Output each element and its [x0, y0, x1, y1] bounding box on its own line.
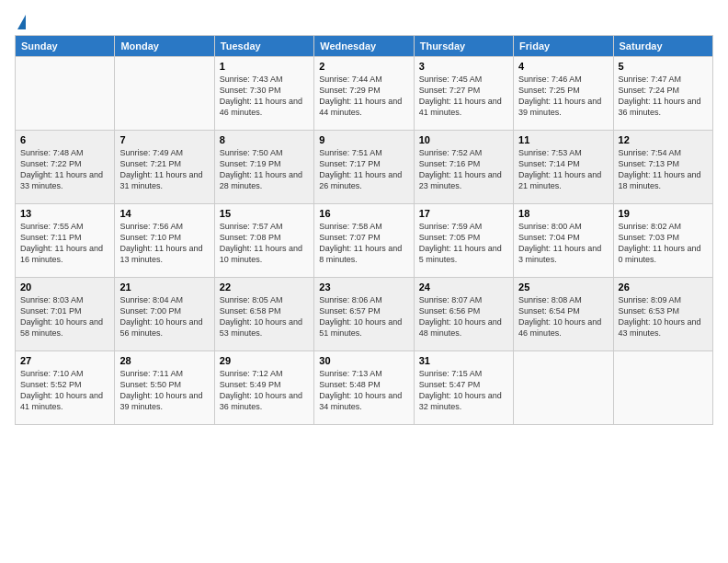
- day-number: 13: [20, 208, 109, 219]
- calendar-cell: 17Sunrise: 7:59 AM Sunset: 7:05 PM Dayli…: [414, 204, 513, 278]
- calendar-cell: 3Sunrise: 7:45 AM Sunset: 7:27 PM Daylig…: [414, 57, 513, 131]
- day-number: 11: [518, 134, 608, 145]
- day-info: Sunrise: 7:56 AM Sunset: 7:10 PM Dayligh…: [119, 221, 209, 266]
- calendar-cell: 22Sunrise: 8:05 AM Sunset: 6:58 PM Dayli…: [214, 278, 313, 351]
- calendar-cell: 1Sunrise: 7:43 AM Sunset: 7:30 PM Daylig…: [214, 57, 313, 131]
- day-number: 8: [220, 134, 309, 145]
- day-number: 12: [619, 134, 708, 145]
- calendar-cell: 20Sunrise: 8:03 AM Sunset: 7:01 PM Dayli…: [16, 278, 115, 351]
- page-header: [15, 15, 713, 28]
- day-number: 23: [319, 282, 408, 293]
- day-number: 9: [319, 134, 408, 145]
- calendar-cell: [613, 351, 712, 425]
- day-number: 20: [20, 282, 109, 293]
- day-number: 25: [518, 282, 608, 293]
- day-number: 5: [619, 61, 708, 72]
- day-number: 28: [119, 355, 209, 366]
- calendar-cell: 15Sunrise: 7:57 AM Sunset: 7:08 PM Dayli…: [214, 204, 313, 278]
- day-number: 10: [419, 134, 508, 145]
- calendar-cell: 2Sunrise: 7:44 AM Sunset: 7:29 PM Daylig…: [314, 57, 414, 131]
- day-info: Sunrise: 7:49 AM Sunset: 7:21 PM Dayligh…: [119, 147, 209, 192]
- day-info: Sunrise: 7:57 AM Sunset: 7:08 PM Dayligh…: [220, 221, 309, 266]
- day-info: Sunrise: 8:08 AM Sunset: 6:54 PM Dayligh…: [518, 294, 608, 339]
- day-number: 24: [419, 282, 508, 293]
- day-number: 30: [319, 355, 408, 366]
- calendar-cell: 8Sunrise: 7:50 AM Sunset: 7:19 PM Daylig…: [214, 131, 313, 204]
- day-info: Sunrise: 8:00 AM Sunset: 7:04 PM Dayligh…: [518, 221, 608, 266]
- day-number: 7: [119, 134, 209, 145]
- day-info: Sunrise: 7:52 AM Sunset: 7:16 PM Dayligh…: [419, 147, 508, 192]
- calendar-cell: 28Sunrise: 7:11 AM Sunset: 5:50 PM Dayli…: [115, 351, 214, 425]
- day-info: Sunrise: 7:48 AM Sunset: 7:22 PM Dayligh…: [20, 147, 109, 192]
- day-info: Sunrise: 8:02 AM Sunset: 7:03 PM Dayligh…: [619, 221, 708, 266]
- calendar-cell: [16, 57, 115, 131]
- day-number: 21: [119, 282, 209, 293]
- day-number: 15: [220, 208, 309, 219]
- column-header-monday: Monday: [115, 36, 214, 57]
- calendar-cell: 25Sunrise: 8:08 AM Sunset: 6:54 PM Dayli…: [514, 278, 613, 351]
- day-info: Sunrise: 7:55 AM Sunset: 7:11 PM Dayligh…: [20, 221, 109, 266]
- day-number: 14: [119, 208, 209, 219]
- calendar-cell: 13Sunrise: 7:55 AM Sunset: 7:11 PM Dayli…: [16, 204, 115, 278]
- day-info: Sunrise: 7:50 AM Sunset: 7:19 PM Dayligh…: [220, 147, 309, 192]
- column-header-thursday: Thursday: [414, 36, 513, 57]
- column-header-friday: Friday: [514, 36, 613, 57]
- day-number: 29: [220, 355, 309, 366]
- day-info: Sunrise: 8:04 AM Sunset: 7:00 PM Dayligh…: [119, 294, 209, 339]
- day-info: Sunrise: 7:53 AM Sunset: 7:14 PM Dayligh…: [518, 147, 608, 192]
- calendar-cell: 10Sunrise: 7:52 AM Sunset: 7:16 PM Dayli…: [414, 131, 513, 204]
- calendar-cell: 6Sunrise: 7:48 AM Sunset: 7:22 PM Daylig…: [16, 131, 115, 204]
- calendar-cell: 4Sunrise: 7:46 AM Sunset: 7:25 PM Daylig…: [514, 57, 613, 131]
- day-info: Sunrise: 7:51 AM Sunset: 7:17 PM Dayligh…: [319, 147, 408, 192]
- day-info: Sunrise: 7:43 AM Sunset: 7:30 PM Dayligh…: [220, 74, 309, 119]
- day-number: 27: [20, 355, 109, 366]
- calendar-cell: 26Sunrise: 8:09 AM Sunset: 6:53 PM Dayli…: [613, 278, 712, 351]
- column-header-saturday: Saturday: [613, 36, 712, 57]
- day-number: 31: [419, 355, 508, 366]
- calendar-cell: 21Sunrise: 8:04 AM Sunset: 7:00 PM Dayli…: [115, 278, 214, 351]
- calendar-cell: 12Sunrise: 7:54 AM Sunset: 7:13 PM Dayli…: [613, 131, 712, 204]
- calendar-cell: 18Sunrise: 8:00 AM Sunset: 7:04 PM Dayli…: [514, 204, 613, 278]
- day-number: 6: [20, 134, 109, 145]
- day-info: Sunrise: 7:15 AM Sunset: 5:47 PM Dayligh…: [419, 368, 508, 413]
- calendar-cell: 14Sunrise: 7:56 AM Sunset: 7:10 PM Dayli…: [115, 204, 214, 278]
- calendar-table: SundayMondayTuesdayWednesdayThursdayFrid…: [15, 35, 713, 425]
- day-info: Sunrise: 7:11 AM Sunset: 5:50 PM Dayligh…: [119, 368, 209, 413]
- day-info: Sunrise: 8:09 AM Sunset: 6:53 PM Dayligh…: [619, 294, 708, 339]
- day-number: 19: [619, 208, 708, 219]
- day-number: 18: [518, 208, 608, 219]
- day-info: Sunrise: 7:12 AM Sunset: 5:49 PM Dayligh…: [220, 368, 309, 413]
- calendar-cell: 31Sunrise: 7:15 AM Sunset: 5:47 PM Dayli…: [414, 351, 513, 425]
- day-info: Sunrise: 7:58 AM Sunset: 7:07 PM Dayligh…: [319, 221, 408, 266]
- calendar-cell: 30Sunrise: 7:13 AM Sunset: 5:48 PM Dayli…: [314, 351, 414, 425]
- calendar-cell: 7Sunrise: 7:49 AM Sunset: 7:21 PM Daylig…: [115, 131, 214, 204]
- day-number: 1: [220, 61, 309, 72]
- calendar-cell: 5Sunrise: 7:47 AM Sunset: 7:24 PM Daylig…: [613, 57, 712, 131]
- day-number: 22: [220, 282, 309, 293]
- calendar-cell: 11Sunrise: 7:53 AM Sunset: 7:14 PM Dayli…: [514, 131, 613, 204]
- day-number: 26: [619, 282, 708, 293]
- column-header-sunday: Sunday: [16, 36, 115, 57]
- column-header-wednesday: Wednesday: [314, 36, 414, 57]
- day-info: Sunrise: 7:54 AM Sunset: 7:13 PM Dayligh…: [619, 147, 708, 192]
- day-info: Sunrise: 8:06 AM Sunset: 6:57 PM Dayligh…: [319, 294, 408, 339]
- day-info: Sunrise: 7:44 AM Sunset: 7:29 PM Dayligh…: [319, 74, 408, 119]
- day-info: Sunrise: 7:59 AM Sunset: 7:05 PM Dayligh…: [419, 221, 508, 266]
- day-info: Sunrise: 7:13 AM Sunset: 5:48 PM Dayligh…: [319, 368, 408, 413]
- calendar-cell: 9Sunrise: 7:51 AM Sunset: 7:17 PM Daylig…: [314, 131, 414, 204]
- day-number: 16: [319, 208, 408, 219]
- logo: [15, 15, 26, 28]
- day-number: 3: [419, 61, 508, 72]
- day-info: Sunrise: 7:46 AM Sunset: 7:25 PM Dayligh…: [518, 74, 608, 119]
- day-info: Sunrise: 7:10 AM Sunset: 5:52 PM Dayligh…: [20, 368, 109, 413]
- day-info: Sunrise: 8:05 AM Sunset: 6:58 PM Dayligh…: [220, 294, 309, 339]
- calendar-cell: [115, 57, 214, 131]
- day-number: 4: [518, 61, 608, 72]
- calendar-cell: 23Sunrise: 8:06 AM Sunset: 6:57 PM Dayli…: [314, 278, 414, 351]
- day-info: Sunrise: 7:45 AM Sunset: 7:27 PM Dayligh…: [419, 74, 508, 119]
- calendar-cell: [514, 351, 613, 425]
- calendar-cell: 16Sunrise: 7:58 AM Sunset: 7:07 PM Dayli…: [314, 204, 414, 278]
- day-info: Sunrise: 8:07 AM Sunset: 6:56 PM Dayligh…: [419, 294, 508, 339]
- calendar-cell: 29Sunrise: 7:12 AM Sunset: 5:49 PM Dayli…: [214, 351, 313, 425]
- calendar-cell: 27Sunrise: 7:10 AM Sunset: 5:52 PM Dayli…: [16, 351, 115, 425]
